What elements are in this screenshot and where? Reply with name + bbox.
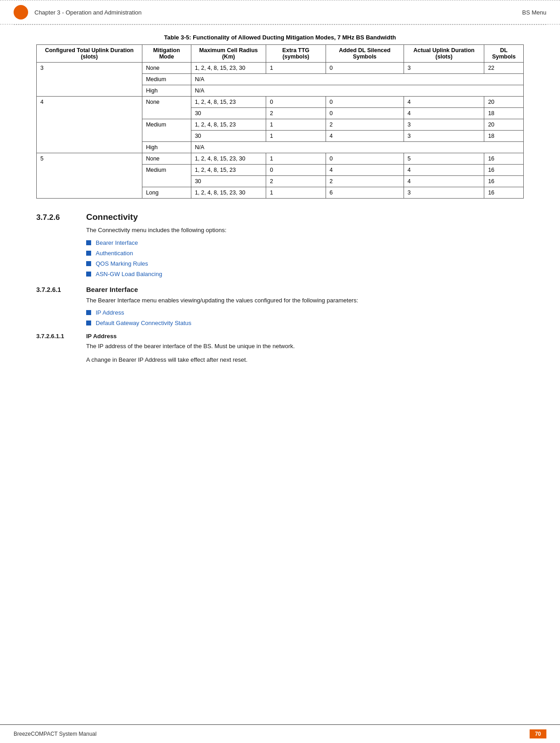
- main-table: Configured Total Uplink Duration (slots)…: [36, 44, 524, 199]
- cell-maxcell: 1, 2, 4, 8, 15, 23, 30: [191, 153, 266, 165]
- section-37611-para2: A change in Bearer IP Address will take …: [86, 355, 524, 364]
- cell-config: 5: [37, 153, 142, 199]
- main-content: Table 3-5: Functionality of Allowed Duct…: [0, 25, 560, 396]
- bullet-link[interactable]: ASN-GW Load Balancing: [96, 271, 162, 277]
- section-37611-num: 3.7.2.6.1.1: [36, 333, 86, 340]
- cell-mitigation: High: [142, 142, 191, 153]
- section-37611-heading: 3.7.2.6.1.1 IP Address: [36, 333, 524, 340]
- page-footer: BreezeCOMPACT System Manual 70: [0, 724, 560, 743]
- cell-dlsymbols: 16: [484, 176, 524, 187]
- col-header-mitigation: Mitigation Mode: [142, 45, 191, 63]
- cell-maxcell: 1, 2, 4, 8, 15, 23: [191, 97, 266, 108]
- cell-mitigation: Medium: [142, 119, 191, 142]
- cell-maxcell: 1, 2, 4, 8, 15, 23: [191, 165, 266, 176]
- cell-maxcell: 1, 2, 4, 8, 15, 23: [191, 119, 266, 131]
- cell-dlsymbols: 20: [484, 97, 524, 108]
- cell-addeddl: 4: [326, 165, 404, 176]
- bullet-icon: [86, 321, 91, 325]
- cell-dlsymbols: 18: [484, 131, 524, 142]
- cell-extrattg: 2: [266, 108, 326, 119]
- bullet-icon: [86, 272, 91, 277]
- cell-addeddl: 4: [326, 131, 404, 142]
- col-header-maxcell: Maximum Cell Radius (Km): [191, 45, 266, 63]
- cell-dlsymbols: 22: [484, 63, 524, 74]
- cell-addeddl: 2: [326, 119, 404, 131]
- cell-na: N/A: [191, 85, 523, 97]
- cell-na: N/A: [191, 74, 523, 85]
- cell-maxcell: 30: [191, 108, 266, 119]
- cell-actualul: 3: [404, 63, 484, 74]
- page-header: Chapter 3 - Operation and Administration…: [0, 0, 560, 24]
- bullet-link[interactable]: Default Gateway Connectivity Status: [96, 320, 191, 326]
- cell-mitigation: Long: [142, 187, 191, 199]
- section-376-title: Connectivity: [86, 212, 138, 222]
- col-header-config: Configured Total Uplink Duration (slots): [37, 45, 142, 63]
- section-376-bullets: Bearer InterfaceAuthenticationQOS Markin…: [86, 239, 524, 277]
- cell-extrattg: 1: [266, 187, 326, 199]
- col-header-dlsymbols: DL Symbols: [484, 45, 524, 63]
- list-item: IP Address: [86, 309, 524, 316]
- section-3761-title: Bearer Interface: [86, 286, 138, 293]
- cell-extrattg: 2: [266, 176, 326, 187]
- bullet-icon: [86, 310, 91, 315]
- cell-actualul: 3: [404, 131, 484, 142]
- chapter-indicator: [14, 5, 28, 19]
- section-3761-intro: The Bearer Interface menu enables viewin…: [86, 296, 524, 305]
- cell-extrattg: 1: [266, 119, 326, 131]
- bullet-link[interactable]: Authentication: [96, 250, 133, 257]
- table-row: 4None1, 2, 4, 8, 15, 2300420: [37, 97, 524, 108]
- cell-dlsymbols: 16: [484, 153, 524, 165]
- cell-maxcell: 30: [191, 176, 266, 187]
- cell-config: 4: [37, 97, 142, 153]
- cell-actualul: 4: [404, 165, 484, 176]
- section-label: BS Menu: [522, 9, 546, 16]
- cell-na: N/A: [191, 142, 523, 153]
- cell-maxcell: 1, 2, 4, 8, 15, 23, 30: [191, 63, 266, 74]
- cell-config: 3: [37, 63, 142, 97]
- list-item: QOS Marking Rules: [86, 260, 524, 267]
- list-item: Authentication: [86, 250, 524, 257]
- cell-dlsymbols: 18: [484, 108, 524, 119]
- cell-dlsymbols: 16: [484, 187, 524, 199]
- cell-actualul: 3: [404, 119, 484, 131]
- cell-mitigation: High: [142, 85, 191, 97]
- cell-addeddl: 0: [326, 108, 404, 119]
- cell-maxcell: 30: [191, 131, 266, 142]
- cell-actualul: 4: [404, 97, 484, 108]
- col-header-actualul: Actual Uplink Duration (slots): [404, 45, 484, 63]
- cell-mitigation: Medium: [142, 74, 191, 85]
- cell-addeddl: 6: [326, 187, 404, 199]
- cell-addeddl: 0: [326, 97, 404, 108]
- col-header-extrattg: Extra TTG (symbols): [266, 45, 326, 63]
- bullet-link[interactable]: Bearer Interface: [96, 239, 138, 246]
- cell-actualul: 4: [404, 108, 484, 119]
- section-37611-title: IP Address: [86, 333, 117, 340]
- cell-addeddl: 0: [326, 63, 404, 74]
- bullet-icon: [86, 240, 91, 245]
- cell-mitigation: None: [142, 153, 191, 165]
- section-3761-num: 3.7.2.6.1: [36, 286, 86, 293]
- cell-extrattg: 0: [266, 165, 326, 176]
- section-376-heading: 3.7.2.6 Connectivity: [36, 212, 524, 222]
- cell-extrattg: 1: [266, 153, 326, 165]
- cell-extrattg: 0: [266, 97, 326, 108]
- cell-extrattg: 1: [266, 131, 326, 142]
- table-title: Table 3-5: Functionality of Allowed Duct…: [36, 34, 524, 41]
- page-number: 70: [530, 729, 546, 738]
- cell-extrattg: 1: [266, 63, 326, 74]
- bullet-icon: [86, 261, 91, 266]
- cell-dlsymbols: 20: [484, 119, 524, 131]
- cell-maxcell: 1, 2, 4, 8, 15, 23, 30: [191, 187, 266, 199]
- cell-dlsymbols: 16: [484, 165, 524, 176]
- chapter-title: Chapter 3 - Operation and Administration: [34, 9, 141, 16]
- table-row: 3None1, 2, 4, 8, 15, 23, 3010322: [37, 63, 524, 74]
- bullet-link[interactable]: QOS Marking Rules: [96, 260, 148, 267]
- col-header-addeddl: Added DL Silenced Symbols: [326, 45, 404, 63]
- cell-mitigation: None: [142, 97, 191, 119]
- footer-text: BreezeCOMPACT System Manual: [14, 731, 97, 737]
- bullet-icon: [86, 251, 91, 256]
- list-item: ASN-GW Load Balancing: [86, 271, 524, 277]
- cell-mitigation: Medium: [142, 165, 191, 187]
- list-item: Bearer Interface: [86, 239, 524, 246]
- bullet-link[interactable]: IP Address: [96, 309, 124, 316]
